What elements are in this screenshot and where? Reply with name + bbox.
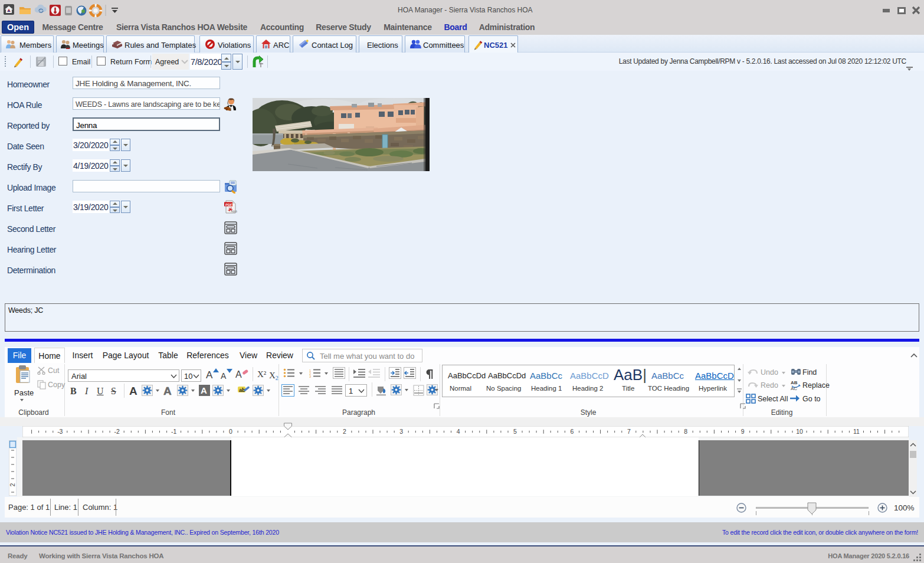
svg-text:A: A: [201, 385, 207, 395]
svg-text:-3: -3: [57, 428, 63, 435]
svg-text:2: 2: [9, 483, 16, 486]
svg-text:3: 3: [399, 428, 403, 435]
svg-text:8: 8: [684, 428, 687, 435]
svg-text:10: 10: [796, 428, 803, 435]
svg-text:-1: -1: [171, 428, 176, 435]
svg-text:7: 7: [627, 428, 631, 435]
svg-text:9: 9: [741, 428, 745, 435]
svg-text:3: 3: [309, 375, 311, 378]
svg-text:0: 0: [229, 428, 232, 435]
svg-text:-2: -2: [114, 428, 120, 435]
svg-text:6: 6: [570, 428, 574, 435]
svg-text:AC: AC: [791, 386, 797, 390]
svg-text:PDF: PDF: [225, 203, 232, 207]
svg-text:Adobe: Adobe: [231, 210, 238, 213]
svg-text:2: 2: [343, 428, 346, 435]
svg-text:AB: AB: [791, 380, 798, 385]
svg-text:4: 4: [457, 428, 460, 435]
svg-text:5: 5: [513, 428, 517, 435]
svg-text:11: 11: [853, 428, 860, 435]
